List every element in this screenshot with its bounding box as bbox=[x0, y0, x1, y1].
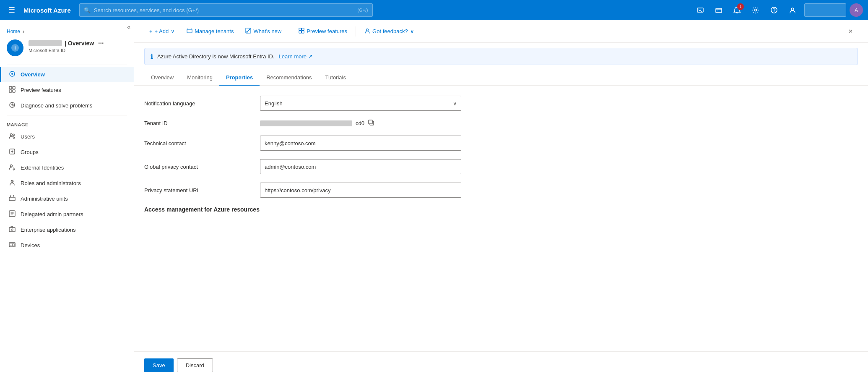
sidebar-item-overview[interactable]: Overview bbox=[0, 67, 134, 82]
manage-tenants-icon bbox=[187, 28, 192, 35]
technical-contact-row: Technical contact bbox=[144, 136, 858, 151]
sidebar-item-preview-features[interactable]: Preview features bbox=[0, 82, 134, 98]
user-avatar[interactable]: A bbox=[850, 3, 863, 17]
info-icon: ℹ bbox=[151, 52, 153, 60]
whats-new-button[interactable]: What's new bbox=[240, 25, 286, 37]
search-icon: 🔍 bbox=[84, 7, 91, 13]
svg-rect-12 bbox=[9, 86, 12, 89]
learn-more-link[interactable]: Learn more ↗ bbox=[279, 53, 313, 60]
search-bar-container: 🔍 (G+/) bbox=[79, 3, 373, 17]
sidebar-item-delegated[interactable]: Delegated admin partners bbox=[0, 206, 134, 222]
technical-contact-label: Technical contact bbox=[144, 140, 253, 146]
notification-language-row: Notification language English ∨ bbox=[144, 96, 858, 111]
privacy-url-input[interactable] bbox=[260, 183, 461, 198]
access-management-heading: Access management for Azure resources bbox=[144, 206, 858, 213]
got-feedback-chevron-icon: ∨ bbox=[410, 28, 414, 34]
breadcrumb-home-link[interactable]: Home bbox=[7, 29, 20, 34]
preview-features-toolbar-icon bbox=[299, 28, 304, 35]
svg-point-20 bbox=[10, 165, 13, 167]
manage-tenants-button[interactable]: Manage tenants bbox=[182, 25, 239, 37]
save-button[interactable]: Save bbox=[144, 358, 174, 372]
users-label: Users bbox=[21, 133, 35, 140]
search-shortcut: (G+/) bbox=[357, 8, 368, 13]
technical-contact-input[interactable] bbox=[260, 136, 461, 151]
tab-recommendations[interactable]: Recommendations bbox=[260, 70, 318, 86]
toolbar-separator-2 bbox=[356, 26, 356, 37]
tab-monitoring[interactable]: Monitoring bbox=[180, 70, 219, 86]
svg-point-26 bbox=[11, 229, 13, 230]
preview-features-label: Preview features bbox=[21, 87, 61, 93]
preview-features-icon bbox=[8, 86, 16, 94]
manage-section-label: Manage bbox=[0, 117, 134, 129]
sidebar: « Home › i | Overview ··· Microsoft Entr… bbox=[0, 20, 134, 379]
got-feedback-icon bbox=[364, 28, 370, 35]
entra-icon: i bbox=[7, 39, 23, 56]
tenant-button[interactable] bbox=[804, 3, 846, 17]
svg-rect-34 bbox=[302, 31, 304, 34]
svg-point-18 bbox=[13, 134, 15, 136]
svg-text:i: i bbox=[14, 45, 16, 50]
whats-new-icon bbox=[245, 28, 251, 35]
tab-tutorials[interactable]: Tutorials bbox=[319, 70, 353, 86]
info-banner: ℹ Azure Active Directory is now Microsof… bbox=[144, 48, 858, 65]
svg-rect-15 bbox=[13, 90, 15, 92]
svg-point-7 bbox=[791, 8, 794, 10]
notifications-button[interactable]: 1 bbox=[729, 2, 746, 18]
tab-properties[interactable]: Properties bbox=[219, 70, 260, 86]
enterprise-apps-label: Enterprise applications bbox=[21, 227, 76, 233]
notification-language-select[interactable]: English bbox=[260, 96, 461, 111]
azure-logo: Microsoft Azure bbox=[23, 7, 71, 14]
privacy-url-label: Privacy statement URL bbox=[144, 187, 253, 193]
copy-tenant-id-button[interactable] bbox=[368, 119, 374, 127]
sidebar-item-enterprise-apps[interactable]: Enterprise applications bbox=[0, 222, 134, 238]
feedback-button[interactable] bbox=[784, 2, 801, 18]
svg-rect-32 bbox=[302, 28, 304, 31]
diagnose-label: Diagnose and solve problems bbox=[21, 102, 92, 109]
diagnose-icon bbox=[8, 102, 16, 110]
form-actions: Save Discard bbox=[134, 351, 868, 379]
breadcrumb-separator: › bbox=[23, 29, 24, 34]
sidebar-item-groups[interactable]: Groups bbox=[0, 144, 134, 160]
preview-features-button[interactable]: Preview features bbox=[294, 25, 352, 37]
roles-icon bbox=[8, 179, 16, 187]
help-button[interactable] bbox=[766, 2, 782, 18]
svg-point-3 bbox=[717, 10, 717, 11]
manage-tenants-label: Manage tenants bbox=[195, 28, 234, 34]
sidebar-item-diagnose[interactable]: Diagnose and solve problems bbox=[0, 98, 134, 113]
svg-rect-28 bbox=[13, 243, 14, 246]
sidebar-item-external-identities[interactable]: External Identities bbox=[0, 160, 134, 175]
svg-point-35 bbox=[366, 29, 369, 31]
nav-icons: 1 A bbox=[692, 2, 863, 18]
directory-button[interactable] bbox=[710, 2, 727, 18]
got-feedback-button[interactable]: Got feedback? ∨ bbox=[359, 25, 419, 37]
cloud-shell-button[interactable] bbox=[692, 2, 709, 18]
search-input[interactable] bbox=[94, 7, 354, 13]
breadcrumb: Home › bbox=[0, 24, 134, 36]
sidebar-item-roles[interactable]: Roles and administrators bbox=[0, 175, 134, 191]
admin-units-icon bbox=[8, 195, 16, 203]
properties-form: Notification language English ∨ Tenant I… bbox=[134, 86, 868, 351]
global-privacy-label: Global privacy contact bbox=[144, 164, 253, 170]
sidebar-item-devices[interactable]: Devices bbox=[0, 238, 134, 253]
main-layout: « Home › i | Overview ··· Microsoft Entr… bbox=[0, 20, 868, 379]
ellipsis-button[interactable]: ··· bbox=[98, 39, 104, 47]
sidebar-item-admin-units[interactable]: Administrative units bbox=[0, 191, 134, 206]
close-button[interactable]: ✕ bbox=[843, 26, 858, 37]
page-subtitle: Microsoft Entra ID bbox=[29, 48, 104, 53]
tab-overview[interactable]: Overview bbox=[144, 70, 180, 86]
tenant-id-label: Tenant ID bbox=[144, 120, 253, 126]
external-identities-label: External Identities bbox=[21, 165, 64, 171]
svg-rect-37 bbox=[369, 120, 372, 124]
sidebar-item-users[interactable]: Users bbox=[0, 129, 134, 144]
global-privacy-input[interactable] bbox=[260, 159, 461, 174]
privacy-url-row: Privacy statement URL bbox=[144, 183, 858, 198]
hamburger-icon[interactable]: ☰ bbox=[5, 5, 18, 15]
add-button[interactable]: + + Add ∨ bbox=[144, 26, 180, 37]
svg-rect-31 bbox=[299, 28, 301, 31]
svg-point-17 bbox=[10, 134, 13, 136]
discard-button[interactable]: Discard bbox=[177, 358, 213, 372]
sidebar-collapse-button[interactable]: « bbox=[127, 24, 130, 30]
learn-more-label: Learn more bbox=[279, 53, 307, 60]
toolbar: + + Add ∨ Manage tenants What's new bbox=[134, 20, 868, 43]
settings-button[interactable] bbox=[747, 2, 764, 18]
